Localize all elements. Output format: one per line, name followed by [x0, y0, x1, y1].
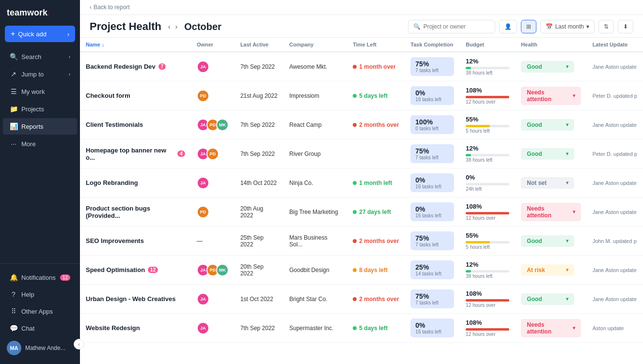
last-active-cell: 14th Oct 2022 — [235, 168, 283, 197]
sidebar-item-search[interactable]: 🔍 Search › — [3, 48, 77, 65]
health-badge[interactable]: Good▾ — [521, 293, 574, 305]
col-company[interactable]: Company — [283, 38, 347, 52]
quick-add-button[interactable]: + Quick add › — [5, 26, 75, 42]
sidebar-item-label: More — [21, 140, 36, 148]
next-month-button[interactable]: › — [173, 22, 180, 31]
sidebar-item-projects[interactable]: 📁 Projects — [3, 101, 77, 117]
health-badge[interactable]: Good▾ — [521, 235, 574, 247]
health-badge[interactable]: Needs attention▾ — [521, 203, 580, 221]
sidebar-item-label: Reports — [21, 123, 44, 130]
person-icon: 👤 — [504, 23, 512, 30]
grid-view-button[interactable]: ⊞ — [521, 20, 536, 33]
project-name[interactable]: Client Testimonials — [86, 121, 185, 128]
project-name[interactable]: Homepage top banner new o...4 — [86, 147, 185, 161]
col-latest-update[interactable]: Latest Update — [587, 38, 643, 52]
task-completion-badge: 25%14 tasks left — [410, 260, 454, 279]
task-completion-cell: 100%0 tasks left — [405, 110, 460, 139]
company-cell: Big Tree Marketing — [283, 197, 347, 227]
sidebar: teamwork. + Quick add › 🔍 Search › ↗ Jum… — [0, 0, 80, 364]
download-button[interactable]: ⬇ — [618, 20, 633, 33]
budget-cell: 108%12 hours over — [460, 81, 515, 110]
budget-bar — [466, 212, 509, 214]
sidebar-item-notifications[interactable]: 🔔 Notifications 12 — [3, 269, 77, 286]
sidebar-item-reports[interactable]: 📊 Reports — [3, 118, 77, 135]
project-name-cell: Client Testimonials — [80, 110, 191, 139]
prev-month-button[interactable]: ‹ — [166, 22, 173, 31]
page-title: Project Health — [90, 20, 161, 33]
col-budget[interactable]: Budget — [460, 38, 515, 52]
sidebar-item-help[interactable]: ? Help — [3, 286, 77, 303]
user-profile[interactable]: MA Mathew Ande... — [0, 337, 80, 359]
project-name-cell: Checkout form — [80, 81, 191, 110]
project-name[interactable]: Website Redesign — [86, 324, 185, 332]
project-name[interactable]: Checkout form — [86, 92, 185, 99]
latest-update-cell: Jane Aston update — [587, 110, 643, 139]
sidebar-item-otherapps[interactable]: ⠿ Other Apps — [3, 303, 77, 319]
health-badge[interactable]: Good▾ — [521, 61, 574, 73]
latest-update-cell: Jane Aston update — [587, 52, 643, 81]
project-name[interactable]: Speed Optimisation12 — [86, 266, 185, 273]
time-left-label: 8 days left — [359, 267, 388, 273]
table-row: Homepage top banner new o...4JAPD7th Sep… — [80, 139, 643, 168]
project-name[interactable]: SEO Improvements — [86, 237, 185, 244]
task-completion-badge: 75%7 tasks left — [410, 57, 454, 76]
owner-cell: PD — [191, 197, 235, 227]
health-badge[interactable]: Good▾ — [521, 119, 574, 131]
company-cell: Mars Business Sol... — [283, 227, 347, 256]
task-completion-label: 7 tasks left — [415, 155, 449, 160]
task-completion-label: 16 tasks left — [415, 329, 449, 334]
health-badge[interactable]: Needs attention▾ — [521, 319, 580, 337]
health-badge[interactable]: Not set▾ — [521, 177, 574, 189]
last-month-button[interactable]: 📅 Last month ▾ — [540, 20, 595, 33]
health-badge[interactable]: At risk▾ — [521, 264, 574, 276]
search-input[interactable] — [423, 23, 486, 30]
person-filter-button[interactable]: 👤 — [499, 20, 517, 33]
latest-update: Jane Aston update — [593, 267, 637, 273]
col-owner[interactable]: Owner — [191, 38, 235, 52]
col-health[interactable]: Health — [515, 38, 586, 52]
col-name[interactable]: Name — [80, 38, 191, 52]
sidebar-item-mywork[interactable]: ☰ My work — [3, 83, 77, 100]
status-dot — [353, 210, 357, 214]
company-cell: Ninja Co. — [283, 168, 347, 197]
table-row: Client TestimonialsJAPDMK7th Sep 2022Rea… — [80, 110, 643, 139]
health-label: At risk — [527, 267, 545, 273]
health-dropdown-icon: ▾ — [566, 151, 568, 156]
time-left-cell: 8 days left — [347, 256, 405, 285]
health-dropdown-icon: ▾ — [566, 296, 568, 302]
latest-update-cell: Peter D. updated p — [587, 81, 643, 110]
company-cell: Goodbit Design — [283, 256, 347, 285]
budget-bar-wrap — [466, 328, 509, 331]
sidebar-item-chat[interactable]: 💬 Chat — [3, 320, 77, 336]
sidebar-item-more[interactable]: ··· More — [3, 136, 77, 152]
task-completion-cell: 0%16 tasks left — [405, 81, 460, 110]
project-name[interactable]: Logo Rebranding — [86, 179, 185, 186]
search-box[interactable]: 🔍 — [408, 20, 495, 33]
chevron-right-icon: › — [69, 54, 70, 60]
col-task-completion[interactable]: Task Completion — [405, 38, 460, 52]
project-name-cell: Product section bugs (Provided... — [80, 197, 191, 227]
project-name[interactable]: Urban Design - Web Creatives — [86, 295, 185, 303]
apps-icon: ⠿ — [10, 307, 17, 315]
project-name-cell: Urban Design - Web Creatives — [80, 285, 191, 314]
time-left: 1 month left — [353, 180, 399, 186]
col-last-active[interactable]: Last Active — [235, 38, 283, 52]
project-name[interactable]: Backend Redesign Dev7 — [86, 63, 185, 70]
back-arrow-icon: ‹ — [90, 4, 92, 11]
status-dot — [353, 181, 357, 185]
health-badge[interactable]: Good▾ — [521, 148, 574, 160]
health-badge[interactable]: Needs attention▾ — [521, 87, 580, 105]
time-left: 5 days left — [353, 92, 399, 99]
latest-update-cell: Jane Aston update — [587, 168, 643, 197]
status-dot — [353, 94, 357, 98]
sidebar-collapse-button[interactable]: ‹ — [74, 339, 84, 349]
health-cell: Needs attention▾ — [515, 197, 586, 227]
project-name[interactable]: Product section bugs (Provided... — [86, 205, 185, 219]
sidebar-item-jump-to[interactable]: ↗ Jump to › — [3, 66, 77, 82]
time-left: 5 days left — [353, 325, 399, 332]
budget-bar — [466, 154, 471, 156]
col-time-left[interactable]: Time Left — [347, 38, 405, 52]
back-link[interactable]: ‹ Back to report — [90, 4, 633, 11]
avatar: PD — [197, 90, 209, 102]
filter-button[interactable]: ⇅ — [598, 20, 614, 33]
